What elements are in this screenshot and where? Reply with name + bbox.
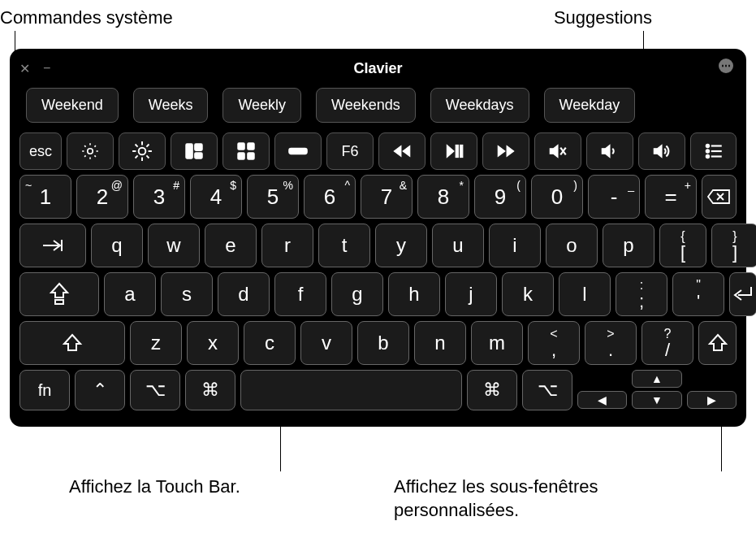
window-title: Clavier <box>19 60 737 77</box>
key-f[interactable]: f <box>274 272 326 316</box>
key-r[interactable]: r <box>261 224 313 267</box>
key-1[interactable]: ~1 <box>19 175 71 219</box>
callout-suggestions: Suggestions <box>554 7 652 30</box>
key-y[interactable]: y <box>375 224 427 267</box>
key-comma[interactable]: <, <box>528 321 580 365</box>
home-row: a s d f g h j k l :; "' <box>19 272 737 316</box>
svg-rect-21 <box>238 143 244 150</box>
key-capslock[interactable] <box>19 272 99 316</box>
key-period[interactable]: >. <box>585 321 637 365</box>
volume-up-icon[interactable] <box>638 132 685 170</box>
suggestion-pill[interactable]: Weeks <box>133 88 209 123</box>
key-h[interactable]: h <box>388 272 440 316</box>
suggestion-pill[interactable]: Weekend <box>26 88 119 123</box>
key-x[interactable]: x <box>187 321 239 365</box>
key-q[interactable]: q <box>91 224 143 267</box>
key-6[interactable]: ^6 <box>304 175 356 219</box>
svg-rect-45 <box>55 300 63 304</box>
suggestion-pill[interactable]: Weekly <box>222 88 301 123</box>
svg-line-15 <box>146 155 149 158</box>
key-right-bracket[interactable]: }] <box>711 224 756 267</box>
key-option-left[interactable]: ⌥ <box>130 370 180 410</box>
key-tab[interactable] <box>19 224 86 267</box>
show-panels-icon[interactable] <box>690 132 737 170</box>
volume-down-icon[interactable] <box>586 132 633 170</box>
key-fn[interactable]: fn <box>19 370 70 410</box>
key-quote[interactable]: "' <box>672 272 724 316</box>
key-w[interactable]: w <box>148 224 200 267</box>
key-v[interactable]: v <box>300 321 352 365</box>
key-command-left[interactable]: ⌘ <box>185 370 235 410</box>
svg-rect-24 <box>248 153 254 159</box>
key-l[interactable]: l <box>559 272 611 316</box>
key-e[interactable]: e <box>205 224 257 267</box>
key-p[interactable]: p <box>603 224 654 267</box>
key-c[interactable]: c <box>244 321 296 365</box>
key-i[interactable]: i <box>489 224 541 267</box>
suggestion-pill[interactable]: Weekdays <box>430 88 529 123</box>
fast-forward-icon[interactable] <box>482 132 529 170</box>
accessibility-keyboard-window: ✕ − Clavier ⋯ Weekend Weeks Weekly Weeke… <box>10 49 746 427</box>
key-option-right[interactable]: ⌥ <box>522 370 572 410</box>
key-t[interactable]: t <box>318 224 370 267</box>
key-minus[interactable]: _- <box>588 175 640 219</box>
key-equals[interactable]: += <box>645 175 697 219</box>
key-f6[interactable]: F6 <box>326 132 374 170</box>
key-n[interactable]: n <box>414 321 466 365</box>
key-d[interactable]: d <box>218 272 270 316</box>
key-return[interactable] <box>729 272 756 316</box>
bottom-letter-row: z x c v b n m <, >. ?/ <box>19 321 737 365</box>
key-control[interactable]: ⌃ <box>75 370 125 410</box>
key-semicolon[interactable]: :; <box>616 272 667 316</box>
key-command-right[interactable]: ⌘ <box>467 370 517 410</box>
number-row: ~1 @2 #3 $4 %5 ^6 &7 *8 (9 )0 _- += <box>19 175 737 219</box>
key-4[interactable]: $4 <box>190 175 242 219</box>
key-7[interactable]: &7 <box>361 175 413 219</box>
key-backspace[interactable] <box>702 175 737 219</box>
svg-line-14 <box>136 145 138 147</box>
svg-rect-18 <box>186 144 192 158</box>
key-arrow-down[interactable]: ▼ <box>632 391 681 409</box>
key-m[interactable]: m <box>471 321 523 365</box>
key-g[interactable]: g <box>331 272 383 316</box>
suggestion-pill[interactable]: Weekday <box>544 88 636 123</box>
key-o[interactable]: o <box>546 224 598 267</box>
key-a[interactable]: a <box>104 272 156 316</box>
key-left-bracket[interactable]: {[ <box>659 224 706 267</box>
key-9[interactable]: (9 <box>474 175 526 219</box>
key-u[interactable]: u <box>432 224 484 267</box>
key-shift-left[interactable] <box>19 321 125 365</box>
suggestion-pill[interactable]: Weekends <box>316 88 416 123</box>
key-s[interactable]: s <box>161 272 213 316</box>
key-3[interactable]: #3 <box>133 175 185 219</box>
key-k[interactable]: k <box>502 272 554 316</box>
show-touchbar-icon[interactable] <box>274 132 322 170</box>
svg-line-8 <box>94 145 96 147</box>
key-shift-right[interactable] <box>698 321 737 365</box>
key-2[interactable]: @2 <box>76 175 128 219</box>
key-arrow-up[interactable]: ▲ <box>632 370 681 388</box>
key-j[interactable]: j <box>445 272 497 316</box>
key-space[interactable] <box>240 370 462 410</box>
key-8[interactable]: *8 <box>417 175 469 219</box>
play-pause-icon[interactable] <box>430 132 477 170</box>
key-arrow-left[interactable]: ◀ <box>577 391 627 409</box>
brightness-down-icon[interactable] <box>67 132 114 170</box>
brightness-up-icon[interactable] <box>119 132 166 170</box>
mute-icon[interactable] <box>534 132 581 170</box>
mission-control-icon[interactable] <box>171 132 218 170</box>
callout-system-commands: Commandes système <box>0 7 173 30</box>
svg-point-9 <box>139 148 146 155</box>
key-5[interactable]: %5 <box>247 175 299 219</box>
svg-point-0 <box>88 149 93 154</box>
key-esc[interactable]: esc <box>19 132 62 170</box>
launchpad-icon[interactable] <box>222 132 270 170</box>
key-arrow-right[interactable]: ▶ <box>687 391 737 409</box>
key-z[interactable]: z <box>130 321 182 365</box>
key-slash[interactable]: ?/ <box>642 321 693 365</box>
rewind-icon[interactable] <box>378 132 426 170</box>
more-options-icon[interactable]: ⋯ <box>719 59 733 73</box>
key-0[interactable]: )0 <box>531 175 583 219</box>
modifier-row: fn ⌃ ⌥ ⌘ ⌘ ⌥ ◀ ▲ ▼ ▶ <box>19 370 737 410</box>
key-b[interactable]: b <box>357 321 409 365</box>
